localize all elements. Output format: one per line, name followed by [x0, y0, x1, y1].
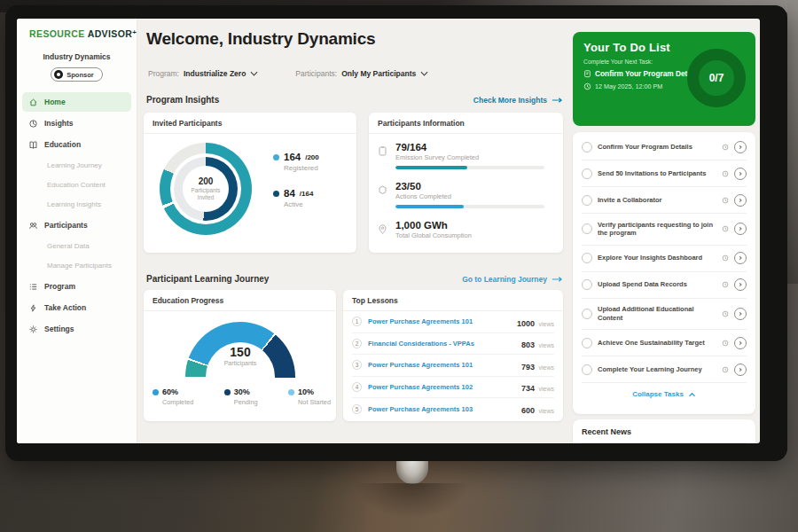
- task-chevron-button[interactable]: [734, 337, 747, 349]
- insights-icon: [28, 119, 38, 129]
- donut-center-value: 200: [199, 176, 214, 186]
- photo-background: RESOURCE ADVISOR+ Industry Dynamics Spon…: [0, 0, 798, 532]
- task-row-3[interactable]: Invite a Collaborator: [582, 187, 747, 214]
- collapse-tasks-label: Collapse Tasks: [632, 390, 684, 398]
- sidebar-item-education-content[interactable]: Education Content: [22, 176, 131, 194]
- lesson-link[interactable]: Financial Considerations - VPPAs: [368, 340, 515, 348]
- legend-label: Completed: [162, 398, 193, 406]
- sidebar-item-learning-insights[interactable]: Learning Insights: [22, 195, 131, 214]
- recent-news-card: Recent News: [573, 419, 755, 443]
- task-chevron-button[interactable]: [734, 308, 747, 320]
- task-checkbox[interactable]: [582, 168, 592, 179]
- card-title: Participants Information: [369, 113, 563, 134]
- task-row-7[interactable]: Upload Additional Educational Content: [582, 299, 747, 331]
- task-row-1[interactable]: Confirm Your Program Details: [582, 134, 747, 160]
- task-row-2[interactable]: Send 50 Invitations to Participants: [582, 160, 747, 187]
- book-icon: [28, 140, 38, 150]
- task-chevron-button[interactable]: [734, 223, 747, 235]
- lesson-rank: 1: [352, 317, 362, 326]
- task-checkbox[interactable]: [582, 195, 592, 206]
- sidebar-item-participants[interactable]: Participants: [22, 215, 131, 235]
- go-to-learning-journey-link[interactable]: Go to Learning Journey: [462, 275, 563, 284]
- task-chevron-button[interactable]: [734, 141, 747, 153]
- sidebar-item-manage-participants[interactable]: Manage Participants: [22, 256, 131, 275]
- sidebar-nav: Home Insights Education Learning Journey…: [17, 92, 137, 339]
- sidebar-item-general-data[interactable]: General Data: [22, 237, 131, 255]
- task-chevron-button[interactable]: [734, 364, 747, 376]
- sponsor-label: Sponsor: [66, 71, 93, 79]
- lesson-link[interactable]: Power Purchase Agreements 102: [368, 383, 515, 391]
- task-label: Upload Spend Data Records: [598, 280, 716, 289]
- task-row-4[interactable]: Verify participants requesting to join t…: [582, 214, 747, 246]
- info-label: Actions Completed: [395, 192, 554, 200]
- task-checkbox[interactable]: [582, 142, 592, 153]
- task-row-6[interactable]: Upload Spend Data Records: [582, 272, 747, 299]
- views-word: views: [538, 408, 554, 414]
- task-chevron-button[interactable]: [734, 168, 747, 180]
- collapse-tasks-link[interactable]: Collapse Tasks: [582, 383, 747, 402]
- info-row-consumption: 1,000 GWh Total Global Consumption: [378, 220, 554, 239]
- education-progress-card: Education Progress 150 Participants 60% …: [144, 290, 336, 421]
- legend-dot: [273, 154, 279, 160]
- task-row-9[interactable]: Complete Your Learning Journey: [582, 356, 747, 383]
- sponsor-badge: Sponsor: [51, 67, 102, 82]
- sidebar-item-take-action[interactable]: Take Action: [22, 298, 131, 317]
- task-checkbox[interactable]: [582, 279, 592, 290]
- lesson-link[interactable]: Power Purchase Agreements 101: [368, 317, 511, 325]
- task-chevron-button[interactable]: [734, 278, 747, 291]
- org-name: Industry Dynamics: [17, 52, 137, 61]
- sidebar-item-label: Settings: [44, 325, 74, 333]
- consumption-icon: [378, 223, 387, 235]
- check-more-insights-link[interactable]: Check More Insights: [473, 96, 563, 105]
- todo-task-list: Confirm Your Program Details Send 50 Inv…: [573, 132, 755, 414]
- legend-label: Registered: [284, 164, 319, 172]
- info-value: 79/164: [395, 142, 554, 153]
- task-chevron-button[interactable]: [734, 252, 747, 264]
- action-icon: [28, 303, 38, 313]
- legend-label: Active: [284, 200, 319, 208]
- lesson-views: 1000: [517, 319, 535, 328]
- sidebar-item-program[interactable]: Program: [22, 277, 131, 296]
- gear-icon: [28, 325, 38, 334]
- task-checkbox[interactable]: [582, 338, 592, 348]
- sidebar-item-label: Education: [44, 140, 81, 149]
- sidebar-item-insights[interactable]: Insights: [22, 113, 131, 133]
- lesson-rank: 5: [352, 404, 362, 414]
- legend-total: /164: [300, 190, 314, 198]
- task-chevron-button[interactable]: [734, 194, 747, 207]
- sidebar-item-settings[interactable]: Settings: [22, 319, 131, 339]
- sidebar-item-learning-journey[interactable]: Learning Journey: [22, 156, 131, 175]
- task-row-5[interactable]: Explore Your Insights Dashboard: [582, 246, 747, 272]
- participants-label: Participants:: [295, 69, 337, 78]
- chevron-down-icon: [420, 71, 428, 76]
- legend-completed: 60% Completed: [153, 387, 193, 406]
- legend-value: 164: [284, 152, 301, 162]
- participants-information-card: Participants Information 79/164 Emission…: [369, 113, 563, 253]
- monitor-stand: [396, 461, 428, 484]
- lesson-link[interactable]: Power Purchase Agreements 103: [368, 405, 515, 413]
- info-label: Emission Survey Completed: [395, 153, 554, 161]
- info-value: 1,000 GWh: [395, 220, 554, 231]
- task-checkbox[interactable]: [582, 309, 592, 319]
- task-checkbox[interactable]: [582, 223, 592, 234]
- chevron-up-icon: [688, 392, 696, 397]
- participants-dropdown[interactable]: Participants: Only My Participants: [295, 69, 428, 78]
- task-label: Achieve One Sustainability Target: [598, 339, 716, 348]
- task-clock-icon: [722, 281, 729, 288]
- lesson-views: 600: [521, 406, 535, 415]
- todo-summary-card: Your To Do List Complete Your Next Task:…: [573, 32, 755, 126]
- legend-dot: [288, 389, 294, 395]
- survey-progress-bar: [395, 166, 544, 169]
- sidebar-item-label: Participants: [44, 221, 88, 230]
- arrow-right-icon: [552, 97, 563, 104]
- legend-pct: 60%: [162, 387, 178, 396]
- arrow-right-icon: [552, 276, 563, 283]
- task-checkbox[interactable]: [582, 253, 592, 263]
- lesson-link[interactable]: Power Purchase Agreements 101: [368, 361, 515, 369]
- sidebar-item-home[interactable]: Home: [22, 92, 131, 112]
- task-row-8[interactable]: Achieve One Sustainability Target: [582, 330, 747, 356]
- legend-dot: [153, 389, 159, 395]
- task-checkbox[interactable]: [582, 364, 592, 375]
- sidebar-item-education[interactable]: Education: [22, 135, 131, 154]
- program-dropdown[interactable]: Program: Industrialize Zero: [148, 69, 258, 78]
